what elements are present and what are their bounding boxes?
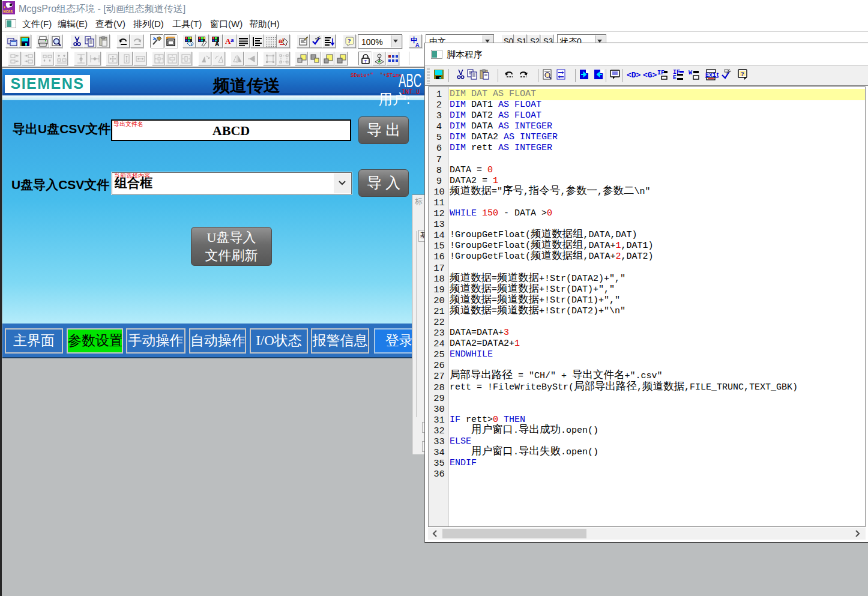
svg-text:?: ? <box>741 70 744 77</box>
svg-text:IF: IF <box>657 70 665 76</box>
svg-text:W: W <box>689 70 692 76</box>
svg-text:E: E <box>673 74 677 80</box>
svg-text:a: a <box>231 36 234 43</box>
svg-text:A: A <box>415 42 420 47</box>
svg-text:MCGS: MCGS <box>4 10 13 14</box>
svg-text:A: A <box>215 41 219 47</box>
svg-text:?: ? <box>348 37 351 44</box>
svg-text:T: T <box>364 59 367 64</box>
